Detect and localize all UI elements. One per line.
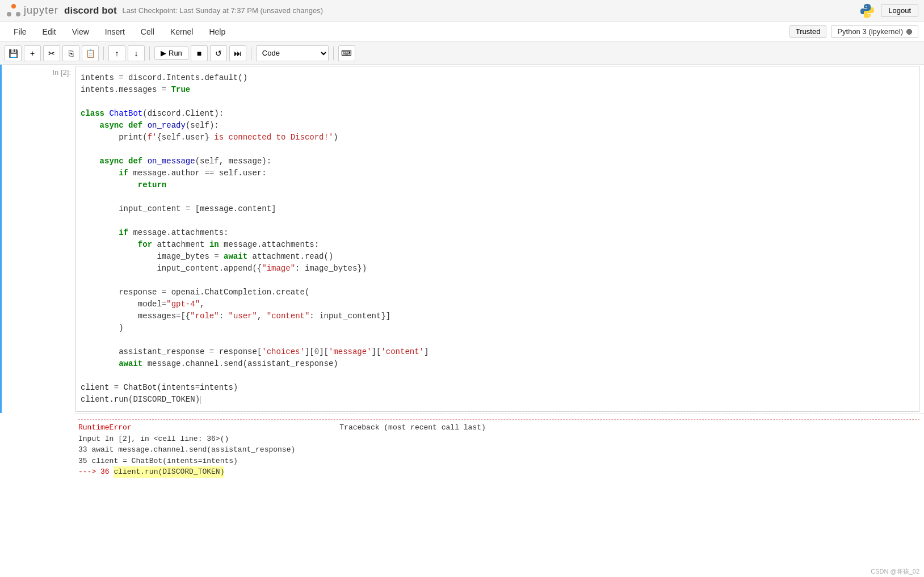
kernel-info: Python 3 (ipykernel) xyxy=(831,25,918,38)
traceback-arrow-line: ---> 36 client.run(DISCORD_TOKEN) xyxy=(78,468,224,476)
notebook-title[interactable]: discord bot xyxy=(64,5,117,16)
input-line: Input In [2], in <cell line: 36>() xyxy=(78,435,229,443)
jupyter-brand-text: jupyter xyxy=(24,5,58,16)
menu-insert[interactable]: Insert xyxy=(97,24,133,40)
toolbar-separator-2 xyxy=(149,47,150,60)
highlight-code: client.run(DISCORD_TOKEN) xyxy=(114,466,224,478)
copy-button[interactable]: ⎘ xyxy=(62,45,79,61)
jupyter-icon xyxy=(6,3,22,19)
traceback-line33: 33 await message.channel.send(assistant_… xyxy=(78,445,295,454)
stop-button[interactable]: ■ xyxy=(191,45,208,61)
restart-button[interactable]: ↺ xyxy=(210,45,227,61)
run-label: Run xyxy=(169,49,182,57)
cut-button[interactable]: ✂ xyxy=(43,45,60,61)
cell-input[interactable]: intents = discord.Intents.default() inte… xyxy=(75,66,919,412)
toolbar-separator-1 xyxy=(103,47,104,60)
kernel-status-circle xyxy=(906,29,912,35)
menu-cell[interactable]: Cell xyxy=(133,24,162,40)
kernel-label: Python 3 (ipykernel) xyxy=(837,27,903,36)
keyboard-shortcuts-button[interactable]: ⌨ xyxy=(338,45,355,61)
move-down-button[interactable]: ↓ xyxy=(128,45,145,61)
traceback-header: Traceback (most recent call last) xyxy=(136,423,485,432)
code-cell: In [2]: intents = discord.Intents.defaul… xyxy=(0,65,924,413)
cell-gutter: In [2]: xyxy=(2,65,75,413)
trusted-button[interactable]: Trusted xyxy=(789,25,827,38)
cell-execution-count: In [2]: xyxy=(52,68,71,77)
toolbar-separator-4 xyxy=(333,47,334,60)
svg-point-1 xyxy=(7,12,11,16)
paste-button[interactable]: 📋 xyxy=(82,45,99,61)
run-button[interactable]: ▶ Run xyxy=(154,47,188,60)
watermark: CSDN @坏孩_02 xyxy=(866,566,924,577)
notebook-area: In [2]: intents = discord.Intents.defaul… xyxy=(0,65,924,481)
logout-button[interactable]: Logout xyxy=(881,4,918,17)
menu-file[interactable]: File xyxy=(6,24,35,40)
cell-type-select[interactable]: Code Markdown Raw NBConvert xyxy=(256,45,329,61)
move-up-button[interactable]: ↑ xyxy=(108,45,125,61)
run-icon: ▶ xyxy=(161,49,166,57)
checkpoint-info: Last Checkpoint: Last Sunday at 7:37 PM … xyxy=(123,6,323,15)
error-type: RuntimeError xyxy=(78,423,132,432)
output-separator xyxy=(78,419,919,420)
toolbar-separator-3 xyxy=(251,47,251,60)
code-editor[interactable]: intents = discord.Intents.default() inte… xyxy=(76,70,919,408)
menu-kernel[interactable]: Kernel xyxy=(162,24,201,40)
save-button[interactable]: 💾 xyxy=(5,45,22,61)
add-cell-button[interactable]: + xyxy=(24,45,41,61)
restart-run-button[interactable]: ⏭ xyxy=(229,45,246,61)
menu-bar-right: Trusted Python 3 (ipykernel) xyxy=(789,25,918,38)
traceback-line35: 35 client = ChatBot(intents=intents) xyxy=(78,457,238,465)
svg-point-0 xyxy=(11,4,16,9)
toolbar: 💾 + ✂ ⎘ 📋 ↑ ↓ ▶ Run ■ ↺ ⏭ Code Markdown … xyxy=(0,42,924,65)
svg-point-2 xyxy=(16,12,20,16)
jupyter-logo: jupyter xyxy=(6,3,58,19)
top-bar: jupyter discord bot Last Checkpoint: Las… xyxy=(0,0,924,22)
python-logo-icon xyxy=(859,3,875,19)
output-content: RuntimeError Traceback (most recent call… xyxy=(78,422,919,478)
output-area: RuntimeError Traceback (most recent call… xyxy=(74,413,924,481)
menu-edit[interactable]: Edit xyxy=(35,24,64,40)
top-bar-right: Logout xyxy=(859,3,918,19)
menu-view[interactable]: View xyxy=(64,24,97,40)
menu-help[interactable]: Help xyxy=(201,24,233,40)
menu-bar: File Edit View Insert Cell Kernel Help T… xyxy=(0,22,924,42)
